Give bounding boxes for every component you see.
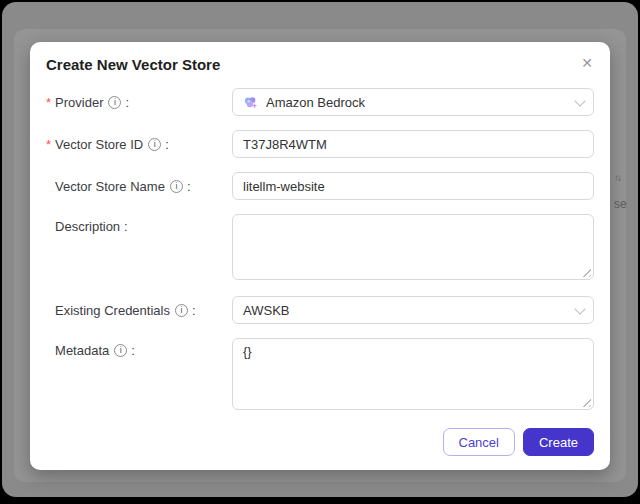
modal-title: Create New Vector Store xyxy=(46,54,594,76)
modal-footer: Cancel Create xyxy=(46,428,594,456)
required-asterisk: * xyxy=(46,95,51,110)
vector-store-id-label-text: Vector Store ID xyxy=(55,137,143,152)
info-icon[interactable]: i xyxy=(108,96,121,109)
metadata-textarea[interactable] xyxy=(233,339,593,409)
vector-store-name-input[interactable] xyxy=(232,172,594,200)
field-row-vector-store-id: * Vector Store ID i : xyxy=(46,130,594,158)
info-icon[interactable]: i xyxy=(170,180,183,193)
existing-credentials-select-value: AWSKB xyxy=(243,303,289,318)
info-icon[interactable]: i xyxy=(148,138,161,151)
existing-credentials-label-text: Existing Credentials xyxy=(55,303,170,318)
provider-label-text: Provider xyxy=(55,95,103,110)
chevron-down-icon xyxy=(574,303,585,314)
label-colon: : xyxy=(124,219,128,234)
create-vector-store-modal: Create New Vector Store ✕ * Provider i : xyxy=(30,42,610,470)
field-row-provider: * Provider i : Amazon Bedrock xyxy=(46,88,594,116)
amazon-bedrock-icon xyxy=(243,95,258,110)
vector-store-id-label: * Vector Store ID i : xyxy=(46,137,232,152)
field-row-description: * Description : xyxy=(46,214,594,280)
description-label: * Description : xyxy=(46,219,232,234)
existing-credentials-label: * Existing Credentials i : xyxy=(46,303,232,318)
field-row-vector-store-name: * Vector Store Name i : xyxy=(46,172,594,200)
description-textarea[interactable] xyxy=(233,215,593,279)
required-asterisk: * xyxy=(46,137,51,152)
chevron-down-icon xyxy=(574,95,585,106)
metadata-label-text: Metadata xyxy=(55,343,109,358)
background-partial-text: se xyxy=(614,198,627,210)
vector-store-id-input[interactable] xyxy=(232,130,594,158)
close-icon[interactable]: ✕ xyxy=(576,52,598,74)
provider-select-value: Amazon Bedrock xyxy=(266,95,365,110)
description-label-text: Description xyxy=(55,219,120,234)
label-colon: : xyxy=(131,343,135,358)
info-icon[interactable]: i xyxy=(175,304,188,317)
label-colon: : xyxy=(125,95,129,110)
metadata-label: * Metadata i : xyxy=(46,343,232,358)
vector-store-form: * Provider i : Amazon Bedrock xyxy=(46,88,594,456)
provider-label: * Provider i : xyxy=(46,95,232,110)
provider-select[interactable]: Amazon Bedrock xyxy=(232,88,594,116)
label-colon: : xyxy=(165,137,169,152)
create-button[interactable]: Create xyxy=(523,428,594,456)
field-row-metadata: * Metadata i : xyxy=(46,338,594,410)
info-icon[interactable]: i xyxy=(114,344,127,357)
label-colon: : xyxy=(187,179,191,194)
existing-credentials-select[interactable]: AWSKB xyxy=(232,296,594,324)
sort-arrows-icon: ↑↓ xyxy=(614,172,620,184)
cancel-button[interactable]: Cancel xyxy=(443,428,515,456)
vector-store-name-label: * Vector Store Name i : xyxy=(46,179,232,194)
field-row-existing-credentials: * Existing Credentials i : AWSKB xyxy=(46,296,594,324)
vector-store-name-label-text: Vector Store Name xyxy=(55,179,165,194)
label-colon: : xyxy=(192,303,196,318)
